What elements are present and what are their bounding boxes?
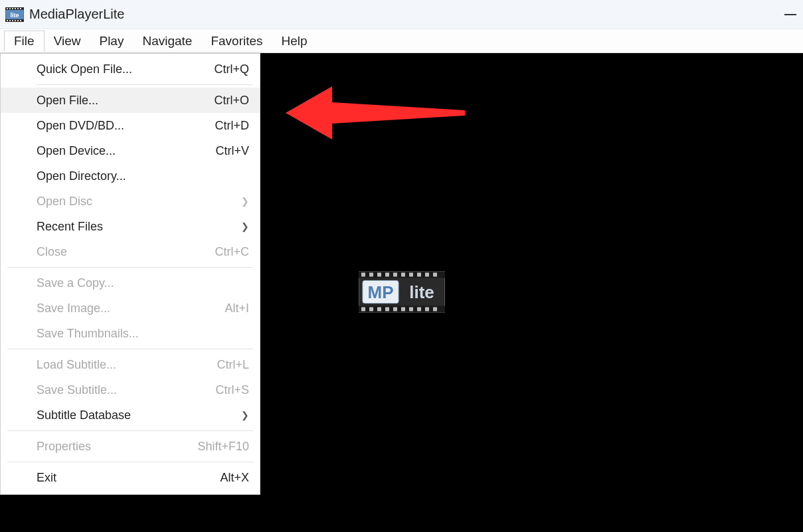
svg-rect-19 <box>361 272 365 276</box>
svg-rect-9 <box>7 20 8 21</box>
menu-item-label: Save Subtitle... <box>37 383 207 397</box>
svg-rect-27 <box>425 272 429 276</box>
file-menu-subtitle-database[interactable]: Subtitle Database❯ <box>1 402 260 428</box>
file-menu-save-thumbnails: Save Thumbnails... <box>1 321 260 346</box>
menu-item-shortcut: Ctrl+Q <box>214 62 249 76</box>
menu-item-label: Close <box>37 245 207 259</box>
menu-item-shortcut: Ctrl+L <box>217 358 249 372</box>
file-menu-open-file[interactable]: Open File...Ctrl+O <box>1 88 260 113</box>
svg-rect-5 <box>12 8 13 9</box>
svg-rect-31 <box>377 307 381 311</box>
menu-item-shortcut: Ctrl+O <box>214 94 249 108</box>
menu-play[interactable]: Play <box>90 31 133 51</box>
video-area: Quick Open File...Ctrl+QOpen File...Ctrl… <box>0 53 803 532</box>
chevron-right-icon: ❯ <box>241 410 249 420</box>
menu-item-shortcut: Shift+F10 <box>197 440 249 454</box>
menu-item-label: Save Thumbnails... <box>37 327 249 341</box>
app-icon: lite <box>5 7 24 22</box>
svg-rect-37 <box>425 307 429 311</box>
menu-item-label: Save Image... <box>37 302 217 315</box>
menu-view[interactable]: View <box>45 31 90 51</box>
svg-rect-34 <box>401 307 405 311</box>
svg-rect-20 <box>369 272 373 276</box>
menu-item-label: Open Device... <box>37 144 207 158</box>
svg-rect-11 <box>12 20 13 21</box>
player-logo: MP lite <box>359 271 445 314</box>
file-menu-open-dvd-bd[interactable]: Open DVD/BD...Ctrl+D <box>1 113 260 138</box>
menu-item-label: Open DVD/BD... <box>37 119 207 133</box>
svg-rect-26 <box>417 272 421 276</box>
menu-item-label: Load Subtitle... <box>37 358 209 372</box>
svg-rect-4 <box>9 8 11 9</box>
file-menu-save-a-copy: Save a Copy... <box>1 270 260 296</box>
menu-item-shortcut: Ctrl+C <box>215 245 249 259</box>
svg-rect-35 <box>409 307 413 311</box>
menu-item-shortcut: Alt+X <box>220 471 249 485</box>
menu-item-label: Open Directory... <box>37 169 249 183</box>
svg-rect-36 <box>417 307 421 311</box>
svg-rect-33 <box>393 307 397 311</box>
file-menu-close: CloseCtrl+C <box>1 239 260 264</box>
menu-item-shortcut: Ctrl+S <box>215 383 249 397</box>
svg-rect-3 <box>7 8 8 9</box>
file-menu-exit[interactable]: ExitAlt+X <box>1 465 260 490</box>
file-menu-dropdown: Quick Open File...Ctrl+QOpen File...Ctrl… <box>0 53 260 495</box>
titlebar: lite MediaPlayerLite <box>0 0 803 29</box>
file-menu-quick-open-file[interactable]: Quick Open File...Ctrl+Q <box>1 56 260 82</box>
file-menu-save-subtitle: Save Subtitle...Ctrl+S <box>1 377 260 402</box>
menu-help[interactable]: Help <box>272 31 317 51</box>
logo-lite-text: lite <box>409 282 434 302</box>
menu-separator <box>7 462 253 462</box>
file-menu-properties: PropertiesShift+F10 <box>1 434 260 459</box>
menu-item-label: Recent Files <box>37 220 249 234</box>
app-title: MediaPlayerLite <box>29 7 124 22</box>
svg-rect-7 <box>17 8 19 9</box>
svg-rect-8 <box>20 8 21 9</box>
svg-rect-30 <box>369 307 373 311</box>
file-menu-open-disc: Open Disc❯ <box>1 189 260 214</box>
menu-separator <box>37 84 253 85</box>
svg-text:lite: lite <box>10 12 19 19</box>
menu-file[interactable]: File <box>4 31 45 52</box>
minimize-button[interactable] <box>784 14 796 15</box>
menu-separator <box>7 267 253 268</box>
svg-rect-25 <box>409 272 413 276</box>
svg-rect-29 <box>361 307 365 311</box>
svg-rect-21 <box>377 272 381 276</box>
menu-item-shortcut: Ctrl+D <box>215 119 249 133</box>
menu-item-label: Open File... <box>37 94 206 108</box>
window-controls <box>784 0 796 29</box>
svg-rect-10 <box>9 20 11 21</box>
chevron-right-icon: ❯ <box>241 221 249 232</box>
menu-item-label: Properties <box>37 440 189 454</box>
menu-item-label: Subtitle Database <box>37 408 249 422</box>
menu-separator <box>7 349 253 349</box>
file-menu-open-device[interactable]: Open Device...Ctrl+V <box>1 138 260 163</box>
menu-item-label: Open Disc <box>37 195 249 209</box>
menu-item-label: Save a Copy... <box>37 276 249 290</box>
svg-rect-12 <box>15 20 16 21</box>
chevron-right-icon: ❯ <box>241 196 249 207</box>
svg-rect-14 <box>20 20 21 21</box>
menu-navigate[interactable]: Navigate <box>133 31 201 51</box>
menu-separator <box>7 430 253 431</box>
menubar: FileViewPlayNavigateFavoritesHelp <box>0 29 803 53</box>
svg-rect-28 <box>433 272 437 276</box>
svg-rect-38 <box>433 307 437 311</box>
svg-rect-6 <box>15 8 16 9</box>
file-menu-load-subtitle: Load Subtitle...Ctrl+L <box>1 352 260 377</box>
menu-item-shortcut: Ctrl+V <box>215 144 249 158</box>
menu-item-label: Quick Open File... <box>37 62 206 76</box>
file-menu-save-image: Save Image...Alt+I <box>1 296 260 321</box>
svg-rect-24 <box>401 272 405 276</box>
file-menu-recent-files[interactable]: Recent Files❯ <box>1 214 260 239</box>
menu-item-shortcut: Alt+I <box>224 302 249 315</box>
menu-item-label: Exit <box>37 471 212 485</box>
file-menu-open-directory[interactable]: Open Directory... <box>1 163 260 189</box>
svg-rect-13 <box>17 20 19 21</box>
menu-favorites[interactable]: Favorites <box>201 31 272 51</box>
svg-rect-32 <box>385 307 389 311</box>
logo-mp-text: MP <box>367 282 393 302</box>
annotation-arrow-icon <box>279 80 472 148</box>
svg-rect-23 <box>393 272 397 276</box>
